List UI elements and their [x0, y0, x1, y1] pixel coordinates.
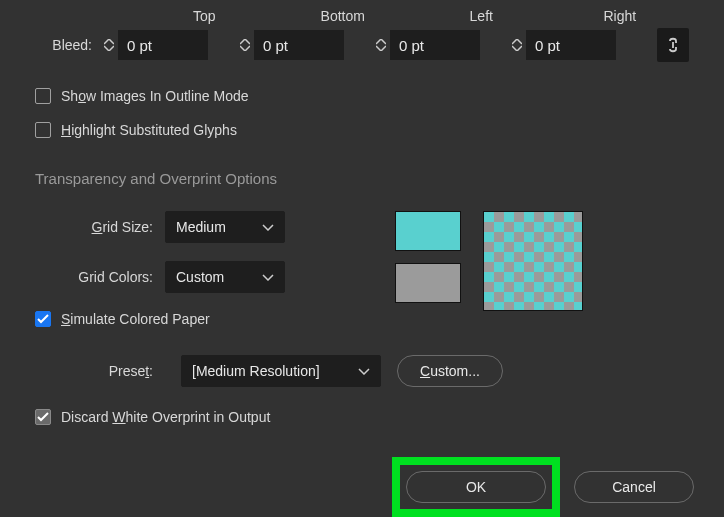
- preset-label: Preset:: [35, 363, 165, 379]
- highlight-glyphs-row: Highlight Substituted Glyphs: [35, 122, 689, 138]
- show-images-label[interactable]: Show Images In Outline Mode: [61, 88, 249, 104]
- bleed-right-input[interactable]: [526, 30, 616, 60]
- bleed-header-bottom: Bottom: [274, 8, 413, 28]
- chevron-down-icon: [262, 224, 274, 231]
- bleed-left-input[interactable]: [390, 30, 480, 60]
- bleed-header-right: Right: [551, 8, 690, 28]
- show-images-row: Show Images In Outline Mode: [35, 88, 689, 104]
- bleed-left-stepper[interactable]: [372, 31, 390, 59]
- bleed-bottom-stepper[interactable]: [236, 31, 254, 59]
- link-icon: [665, 35, 681, 55]
- simulate-paper-label[interactable]: Simulate Colored Paper: [61, 311, 210, 327]
- custom-preset-button[interactable]: Custom...: [397, 355, 503, 387]
- dialog-footer: OK Cancel: [0, 445, 724, 517]
- bleed-bottom-input[interactable]: [254, 30, 344, 60]
- cancel-button[interactable]: Cancel: [574, 471, 694, 503]
- swatch-primary[interactable]: [395, 211, 461, 251]
- bleed-section: Top Bottom Left Right Bleed:: [35, 0, 689, 62]
- bleed-headers: Top Bottom Left Right: [135, 8, 689, 28]
- swatch-preview: [395, 211, 583, 327]
- grid-colors-label: Grid Colors:: [35, 269, 165, 285]
- chevron-down-icon: [358, 368, 370, 375]
- highlight-glyphs-checkbox[interactable]: [35, 122, 51, 138]
- ok-highlight: OK: [392, 457, 560, 517]
- bleed-label: Bleed:: [35, 37, 100, 53]
- grid-size-select[interactable]: Medium: [165, 211, 285, 243]
- discard-overprint-row: Discard White Overprint in Output: [35, 409, 689, 425]
- bleed-header-left: Left: [412, 8, 551, 28]
- checker-preview: [483, 211, 583, 311]
- simulate-paper-checkbox[interactable]: [35, 311, 51, 327]
- grid-size-value: Medium: [176, 219, 226, 235]
- chevron-down-icon: [262, 274, 274, 281]
- bleed-top-input[interactable]: [118, 30, 208, 60]
- show-images-checkbox[interactable]: [35, 88, 51, 104]
- grid-size-label: Grid Size:: [35, 219, 165, 235]
- bleed-header-top: Top: [135, 8, 274, 28]
- preset-value: [Medium Resolution]: [192, 363, 320, 379]
- link-bleed-button[interactable]: [657, 28, 689, 62]
- discard-overprint-label[interactable]: Discard White Overprint in Output: [61, 409, 270, 425]
- preset-select[interactable]: [Medium Resolution]: [181, 355, 381, 387]
- grid-colors-value: Custom: [176, 269, 224, 285]
- discard-overprint-checkbox[interactable]: [35, 409, 51, 425]
- bleed-top-stepper[interactable]: [100, 31, 118, 59]
- ok-button[interactable]: OK: [406, 471, 546, 503]
- highlight-glyphs-label[interactable]: Highlight Substituted Glyphs: [61, 122, 237, 138]
- swatch-secondary[interactable]: [395, 263, 461, 303]
- transparency-section-title: Transparency and Overprint Options: [35, 170, 689, 187]
- bleed-right-stepper[interactable]: [508, 31, 526, 59]
- grid-colors-select[interactable]: Custom: [165, 261, 285, 293]
